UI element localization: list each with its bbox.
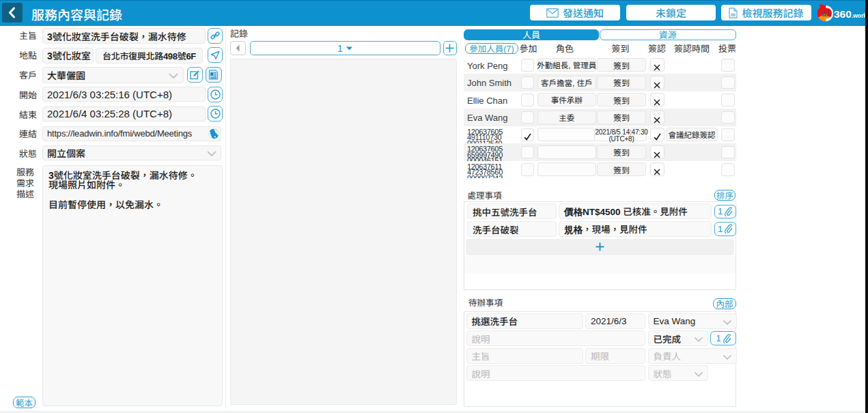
svg-text:ai: ai (822, 8, 829, 18)
